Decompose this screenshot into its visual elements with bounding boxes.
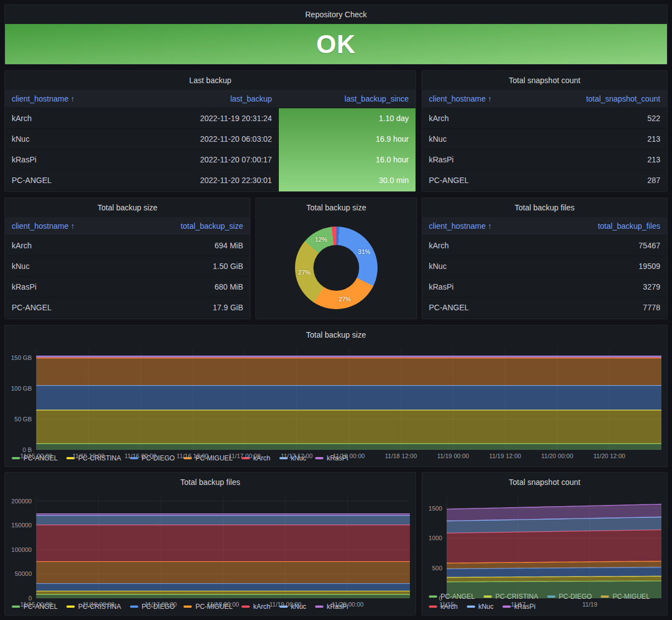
table-cell: 680 MiB (128, 277, 250, 297)
panel-last-backup: Last backup client_hostname ↑last_backup… (4, 70, 416, 192)
table-cell: 213 (545, 150, 668, 170)
table-cell: 75467 (545, 235, 668, 256)
panel-header: Total backup size (5, 325, 667, 344)
panel-repository-check: Repository Check OK (4, 4, 668, 65)
table-cell: 2022-11-19 20:31:24 (142, 108, 278, 129)
table-cell: kRasPi (5, 277, 128, 297)
panel-title[interactable]: Repository Check (305, 10, 367, 19)
panel-header: Last backup (5, 71, 415, 90)
table-cell: PC-ANGEL (5, 170, 142, 191)
table-header-row: client_hostname ↑total_backup_size (5, 217, 250, 235)
table-cell: kRasPi (5, 150, 142, 170)
column-header[interactable]: client_hostname ↑ (422, 217, 545, 235)
column-header[interactable]: total_backup_size (128, 217, 250, 235)
svg-text:1500: 1500 (429, 505, 442, 512)
table-cell: 1.50 GiB (128, 256, 250, 277)
column-header[interactable]: total_backup_files (545, 217, 668, 235)
panel-title[interactable]: Total snapshot count (509, 478, 580, 487)
backup-files-chart[interactable]: 11/15 00:0011/16 00:0011/17 00:0011/18 0… (5, 492, 415, 602)
table-row: PC-ANGEL2022-11-20 22:30:0130.0 min (5, 170, 415, 191)
svg-text:100000: 100000 (11, 546, 32, 553)
table-cell: 287 (545, 170, 668, 191)
table-cell: kNuc (5, 256, 128, 277)
svg-text:11/20 12:00: 11/20 12:00 (593, 453, 625, 459)
table-cell: kArch (5, 108, 142, 129)
table-cell: kRasPi (422, 277, 545, 297)
table-row: PC-ANGEL17.9 GiB (5, 297, 250, 318)
svg-text:11/16 00:00: 11/16 00:00 (83, 601, 114, 608)
panel-title[interactable]: Total backup size (306, 203, 366, 212)
panel-header: Total backup size (5, 198, 250, 217)
column-header[interactable]: client_hostname ↑ (422, 90, 545, 108)
svg-text:11/19 00:00: 11/19 00:00 (269, 601, 301, 608)
panel-title[interactable]: Total backup size (98, 203, 157, 212)
panel-total-backup-size-pie: Total backup size 31%27%27%12% (255, 198, 417, 319)
panel-header: Total snapshot count (422, 71, 667, 90)
table-cell: kNuc (5, 129, 142, 150)
panel-header: Repository Check (5, 5, 667, 24)
snapshot-count-chart[interactable]: 11/1511/1711/19050010001500 (422, 492, 667, 592)
time-series-plot[interactable]: 11/15 00:0011/15 12:0011/16 00:0011/16 1… (5, 344, 667, 461)
svg-text:11/19 12:00: 11/19 12:00 (489, 453, 521, 459)
svg-text:11/17 12:00: 11/17 12:00 (281, 453, 312, 459)
svg-text:11/17 00:00: 11/17 00:00 (145, 601, 177, 608)
grafana-dashboard: Repository Check OK Last backup client_h… (0, 0, 672, 620)
last-backup-table: client_hostname ↑last_backuplast_backup_… (5, 90, 415, 191)
backup-size-donut: 31%27%27%12% (256, 217, 417, 319)
table-row: kNuc19509 (422, 256, 667, 277)
panel-title[interactable]: Total backup size (306, 330, 366, 339)
table-row: kRasPi3279 (422, 277, 667, 297)
column-header[interactable]: last_backup_since (279, 90, 415, 108)
donut-hole (313, 245, 359, 291)
table-cell: PC-ANGEL (422, 170, 545, 191)
backup-size-chart[interactable]: 11/15 00:0011/15 12:0011/16 00:0011/16 1… (5, 344, 667, 453)
panel-header: Total backup files (422, 198, 667, 217)
table-header-row: client_hostname ↑total_backup_files (422, 217, 667, 235)
panel-header: Total backup files (5, 473, 415, 492)
svg-text:11/18 00:00: 11/18 00:00 (207, 601, 239, 608)
svg-text:11/17 00:00: 11/17 00:00 (229, 453, 260, 459)
donut-slice-label: 27% (298, 269, 311, 276)
panel-title[interactable]: Total snapshot count (509, 76, 580, 85)
svg-text:11/15: 11/15 (439, 601, 455, 608)
donut-slice-label: 31% (358, 248, 370, 255)
table-cell: 213 (545, 129, 668, 150)
table-row: kArch694 MiB (5, 235, 250, 256)
column-header[interactable]: last_backup (142, 90, 278, 108)
backup-files-table: client_hostname ↑total_backup_fileskArch… (422, 217, 667, 319)
column-header[interactable]: client_hostname ↑ (5, 90, 142, 108)
time-series-plot[interactable]: 11/1511/1711/19050010001500 (422, 492, 667, 609)
column-header[interactable]: total_snapshot_count (545, 90, 668, 108)
table-header-row: client_hostname ↑last_backuplast_backup_… (5, 90, 415, 108)
svg-text:11/15 12:00: 11/15 12:00 (72, 453, 104, 459)
table-cell: kRasPi (422, 150, 545, 170)
backup-size-table: client_hostname ↑total_backup_sizekArch6… (5, 217, 250, 319)
table-cell: PC-ANGEL (422, 297, 545, 318)
donut-slice-label: 27% (339, 296, 351, 302)
svg-text:200000: 200000 (11, 498, 32, 504)
table-cell: 30.0 min (279, 170, 415, 191)
svg-text:150000: 150000 (11, 522, 32, 528)
panel-header: Total backup size (256, 198, 417, 217)
column-header[interactable]: client_hostname ↑ (5, 217, 128, 235)
repo-status-value: OK (316, 29, 356, 59)
table-cell: 2022-11-20 06:03:02 (142, 129, 278, 150)
svg-text:11/16 00:00: 11/16 00:00 (124, 453, 156, 459)
donut-chart[interactable]: 31%27%27%12% (295, 227, 378, 309)
table-row: PC-ANGEL287 (422, 170, 667, 191)
table-row: kRasPi213 (422, 150, 667, 170)
panel-title[interactable]: Total backup files (515, 203, 574, 212)
svg-text:11/20 00:00: 11/20 00:00 (332, 601, 364, 608)
panel-total-backup-files-table: Total backup files client_hostname ↑tota… (422, 198, 668, 319)
svg-text:11/20 00:00: 11/20 00:00 (542, 453, 573, 459)
svg-text:150 GB: 150 GB (11, 354, 32, 361)
svg-text:11/19 00:00: 11/19 00:00 (437, 453, 469, 459)
panel-total-backup-size-chart: Total backup size 11/15 00:0011/15 12:00… (4, 325, 668, 467)
panel-header: Total snapshot count (422, 473, 667, 492)
time-series-plot[interactable]: 11/15 00:0011/16 00:0011/17 00:0011/18 0… (5, 492, 415, 609)
table-row: kRasPi2022-11-20 07:00:1716.0 hour (5, 150, 415, 170)
panel-title[interactable]: Total backup files (180, 478, 240, 487)
panel-title[interactable]: Last backup (189, 76, 231, 85)
svg-text:11/17: 11/17 (511, 601, 526, 608)
svg-text:500: 500 (432, 565, 442, 571)
